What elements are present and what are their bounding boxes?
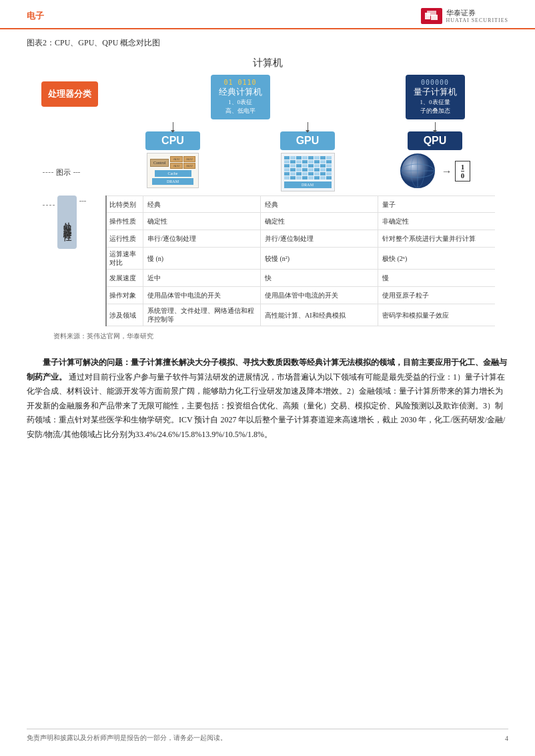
- icon-label: 图示: [56, 167, 71, 177]
- brand-name: 华泰证券 HUATAI SECURITIES: [446, 9, 508, 23]
- char-row-qpu: 针对整个系统进行大量并行计算: [378, 230, 495, 247]
- char-row-qpu: 使用亚原子粒子: [378, 287, 495, 304]
- cpu-column: CPU: [105, 122, 240, 150]
- logo-area: 华泰证券 HUATAI SECURITIES: [421, 8, 508, 24]
- char-row-cpu: 经典: [143, 196, 261, 212]
- cpu-label: CPU: [145, 131, 200, 150]
- char-row-qpu: 非确定性: [378, 213, 495, 230]
- char-row-cpu: 近中: [143, 270, 261, 286]
- classic-computer-box: 01 0110 经典计算机 1、0表征 高、低电平: [211, 75, 270, 119]
- char-row-gpu: 并行/逐位制处理: [261, 230, 378, 247]
- text-body: 量子计算可解决的问题：量子计算擅长解决大分子模拟、寻找大数质因数等经典计算无法模…: [0, 349, 535, 460]
- full-diagram: 计算机 处理器分类 01 0110 经典计算机 1、0表征 高: [27, 57, 508, 341]
- char-row-item: 操作对象使用晶体管中电流的开关使用晶体管中电流的开关使用亚原子粒子: [107, 287, 495, 304]
- char-row-qpu: 极快 (2ⁿ): [378, 248, 495, 269]
- logo-icon: [421, 8, 442, 24]
- char-row-gpu: 快: [261, 270, 378, 286]
- char-row-item: 操作性质确定性确定性非确定性: [107, 213, 495, 230]
- char-table: 比特类别经典经典量子操作性质确定性确定性非确定性运行性质串行/逐位制处理并行/逐…: [99, 196, 495, 326]
- gpu-visual: DRAM: [240, 153, 375, 192]
- char-row-label: 运算速率 对比: [107, 248, 143, 269]
- char-row-item: 比特类别经典经典量子: [107, 196, 495, 213]
- processor-traits-label: 处理器特性: [57, 196, 77, 249]
- qpu-visual: → 1 0: [375, 153, 495, 192]
- char-row-cpu: 系统管理、文件处理、网络通信和程序控制等: [143, 304, 261, 326]
- qpu-column: QPU: [375, 122, 495, 150]
- svg-rect-2: [431, 15, 438, 20]
- char-row-item: 运行性质串行/逐位制处理并行/逐位制处理针对整个系统进行大量并行计算: [107, 230, 495, 248]
- char-row-item: 运算速率 对比慢 (n)较慢 (n²)极快 (2ⁿ): [107, 248, 495, 270]
- quantum-computer-box: 000000 量子计算机 1、0表征量 子的叠加态: [406, 75, 465, 119]
- chart-section: 图表2：CPU、GPU、QPU 概念对比图 计算机 处理器分类 01 0110: [0, 29, 535, 349]
- section-label: 电子: [27, 10, 44, 22]
- char-row-item: 涉及领域系统管理、文件处理、网络通信和程序控制等高性能计算、AI和经典模拟密码学…: [107, 304, 495, 326]
- gpu-label: GPU: [280, 131, 336, 150]
- char-row-gpu: 使用晶体管中电流的开关: [261, 287, 378, 304]
- char-row-label: 操作对象: [107, 287, 143, 304]
- char-row-gpu: 高性能计算、AI和经典模拟: [261, 304, 378, 326]
- char-row-label: 发展速度: [107, 270, 143, 286]
- char-row-qpu: 慢: [378, 270, 495, 286]
- char-row-label: 涉及领域: [107, 304, 143, 326]
- char-row-qpu: 密码学和模拟量子效应: [378, 304, 495, 326]
- char-row-cpu: 使用晶体管中电流的开关: [143, 287, 261, 304]
- char-row-gpu: 经典: [261, 196, 378, 212]
- page-number: 4: [505, 735, 508, 742]
- char-row-qpu: 量子: [378, 196, 495, 212]
- computer-label: 计算机: [40, 57, 495, 69]
- qpu-label: QPU: [408, 131, 463, 150]
- char-row-label: 运行性质: [107, 230, 143, 247]
- char-row-gpu: 确定性: [261, 213, 378, 230]
- source-note: 资料来源：英伟达官网，华泰研究: [53, 332, 495, 341]
- footer: 免责声明和披露以及分析师声明是报告的一部分，请务必一起阅读。 4: [27, 729, 508, 743]
- char-row-item: 发展速度近中快慢: [107, 270, 495, 287]
- body-regular-text: 通过对目前行业客户参与量子软件与算法研发的进展情况，市场普遍认为以下领域有可能是…: [27, 372, 505, 439]
- char-row-cpu: 确定性: [143, 213, 261, 230]
- processor-category-label: 处理器分类: [41, 81, 98, 107]
- header: 电子 华泰证券 HUATAI SECURITIES: [0, 0, 535, 29]
- cpu-visual: Control ALU ALU ALU ALU: [105, 153, 240, 192]
- char-row-label: 操作性质: [107, 213, 143, 230]
- char-row-label: 比特类别: [107, 196, 143, 212]
- char-row-cpu: 慢 (n): [143, 248, 261, 269]
- char-row-gpu: 较慢 (n²): [261, 248, 378, 269]
- footer-disclaimer: 免责声明和披露以及分析师声明是报告的一部分，请务必一起阅读。: [27, 733, 227, 743]
- char-row-cpu: 串行/逐位制处理: [143, 230, 261, 247]
- chart-title: 图表2：CPU、GPU、QPU 概念对比图: [27, 37, 508, 49]
- gpu-column: GPU: [240, 122, 375, 150]
